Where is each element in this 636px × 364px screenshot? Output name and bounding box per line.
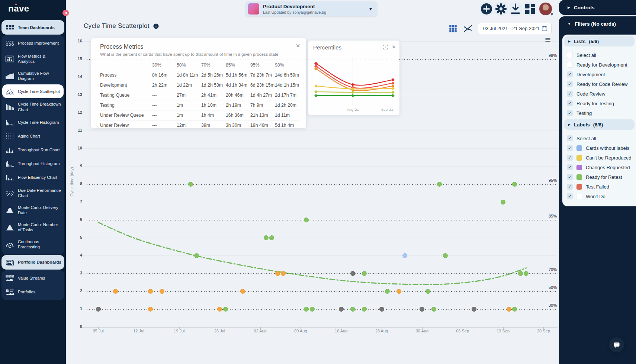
sidebar-item-flow-efficiency-chart[interactable]: Flow Efficiency Chart <box>2 171 64 184</box>
checkbox[interactable]: ✓ <box>567 164 573 170</box>
filter-item[interactable]: Select all <box>567 50 636 60</box>
checkbox[interactable]: ✓ <box>567 110 573 116</box>
scatter-dot-green-dots[interactable] <box>310 307 315 312</box>
sidebar-item-cycle-time-scatterplot[interactable]: Cycle Time Scatterplot <box>2 84 64 98</box>
dashboards-button[interactable] <box>523 2 537 16</box>
checkbox[interactable]: ✓ <box>567 81 573 87</box>
info-icon[interactable] <box>153 23 159 29</box>
filter-item[interactable]: ✓Testing <box>567 108 636 118</box>
scatter-dot-orange-dots[interactable] <box>275 271 280 276</box>
scatter-dot-orange-dots[interactable] <box>281 271 286 276</box>
chat-button[interactable] <box>609 337 624 352</box>
checkbox[interactable]: ✓ <box>567 71 573 77</box>
sidebar-item-team-dashboards[interactable]: Team Dashboards <box>1 20 64 35</box>
scatter-dot-green-dots[interactable] <box>269 235 274 240</box>
scatter-dot-green-dots[interactable] <box>350 307 355 312</box>
sidebar-item-process-improvement[interactable]: Process Improvement <box>2 36 64 50</box>
scatter-dot-green-dots[interactable] <box>304 307 309 312</box>
sidebar-item-due-date-performance-chart[interactable]: Due Date Performance Chart <box>2 184 64 202</box>
sidebar-item-aging-chart[interactable]: Aging Chart <box>2 129 64 143</box>
checkbox[interactable]: ✓ <box>567 145 573 151</box>
checkbox[interactable] <box>567 62 573 68</box>
scatter-view-icon[interactable] <box>463 24 473 33</box>
scatter-dot-green-dots[interactable] <box>264 235 269 240</box>
scatter-dot-orange-dots[interactable] <box>148 307 153 312</box>
checkbox[interactable]: ✓ <box>567 135 573 141</box>
sidebar-item-continuous-forecasting[interactable]: Continuous Forecasting <box>2 236 64 253</box>
scatter-dot-gray-dots[interactable] <box>96 307 101 312</box>
scatter-dot-green-dots[interactable] <box>431 307 436 312</box>
filter-item[interactable]: ✓Code Review <box>567 89 636 99</box>
grid-view-icon[interactable] <box>448 24 458 33</box>
scatter-dot-orange-dots[interactable] <box>160 289 164 294</box>
date-range-picker[interactable]: 03 Jul 2021 - 21 Sep 2021 <box>478 23 552 34</box>
scatter-dot-green-dots[interactable] <box>304 218 309 222</box>
sidebar-item-value-streams[interactable]: Value Streams <box>2 271 64 285</box>
sidebar-item-throughput-histogram[interactable]: Throughput Histogram <box>2 157 64 171</box>
sidebar-item-monte-carlo-delivery-date[interactable]: Monte Carlo: Delivery Date <box>2 202 64 219</box>
scatter-dot-orange-dots[interactable] <box>507 307 511 312</box>
scatter-dot-green-dots[interactable] <box>443 253 448 258</box>
filter-item[interactable]: ✓Can't be Reproduced <box>567 153 636 162</box>
filter-item[interactable]: Ready for Development <box>567 60 636 70</box>
scatter-dot-orange-dots[interactable] <box>113 289 118 294</box>
filter-item[interactable]: ✓Ready for Retest <box>567 172 636 182</box>
filter-item[interactable]: ✓Ready for Code Review <box>567 79 636 89</box>
filter-item[interactable]: ✓Ready for Testing <box>567 99 636 108</box>
filter-item[interactable]: ✓Won't Do <box>567 191 636 201</box>
sidebar-item-portfolio-dashboards[interactable]: Portfolio Dashboards <box>1 255 64 270</box>
user-menu[interactable]: ▼ <box>539 2 552 16</box>
scatter-dot-gray-dots[interactable] <box>350 271 355 276</box>
sidebar-item-cumulative-flow-diagram[interactable]: Cumulative Flow Diagram <box>2 67 64 84</box>
sidebar-item-throughput-run-chart[interactable]: Throughput Run Chart <box>2 143 64 157</box>
scatter-dot-green-dots[interactable] <box>385 289 390 294</box>
sidebar-item-flow-metrics-analytics[interactable]: Flow Metrics & Analytics <box>2 50 64 67</box>
scatter-dot-gray-dots[interactable] <box>379 307 384 312</box>
checkbox[interactable]: ✓ <box>567 100 573 106</box>
lists-section-toggle[interactable]: ▶ Lists (5/6) <box>564 36 635 46</box>
chart-menu-icon[interactable] <box>544 37 552 43</box>
checkbox[interactable]: ✓ <box>567 155 573 161</box>
scatter-dot-green-dots[interactable] <box>518 271 523 276</box>
sidebar-item-cycle-time-breakdown-chart[interactable]: Cycle Time Breakdown Chart <box>2 98 64 115</box>
sidebar-collapse-button[interactable]: ◀ <box>62 10 69 16</box>
sidebar-item-monte-carlo-number-of-tasks[interactable]: Monte Carlo: Number of Tasks <box>2 219 64 236</box>
scatter-dot-green-dots[interactable] <box>501 200 505 204</box>
scatter-dot-orange-dots[interactable] <box>396 289 401 294</box>
scatter-dot-orange-dots[interactable] <box>240 289 245 294</box>
scatter-dot-green-dots[interactable] <box>194 253 199 258</box>
filter-item[interactable]: ✓Development <box>567 70 636 79</box>
checkbox[interactable]: ✓ <box>567 193 573 199</box>
scatter-dot-orange-dots[interactable] <box>217 307 222 312</box>
checkbox[interactable]: ✓ <box>567 174 573 180</box>
scatter-dot-gray-dots[interactable] <box>472 307 476 312</box>
scatter-dot-gray-dots[interactable] <box>420 307 424 312</box>
scatter-dot-blue-dots[interactable] <box>402 253 407 258</box>
sidebar-item-portfolios[interactable]: Portfolios <box>2 285 64 299</box>
filters-section-toggle[interactable]: ▼ Filters (No cards) <box>559 16 636 31</box>
scatter-dot-green-dots[interactable] <box>512 307 517 312</box>
scatter-dot-green-dots[interactable] <box>188 182 193 187</box>
settings-button[interactable] <box>494 2 508 16</box>
export-button[interactable] <box>509 2 522 16</box>
close-icon[interactable]: ✕ <box>296 43 300 49</box>
scatter-dot-gray-dots[interactable] <box>339 307 344 312</box>
board-selector[interactable]: Product Development Last Updated by sony… <box>245 1 377 16</box>
filter-item[interactable]: ✓Select all <box>567 133 636 143</box>
checkbox[interactable] <box>567 52 573 58</box>
scatter-dot-green-dots[interactable] <box>362 307 367 312</box>
filter-item[interactable]: ✓Test Failed <box>567 182 636 191</box>
checkbox[interactable]: ✓ <box>567 91 573 97</box>
scatter-dot-green-dots[interactable] <box>437 182 442 187</box>
scatter-dot-orange-dots[interactable] <box>148 289 153 294</box>
scatter-dot-green-dots[interactable] <box>425 289 430 294</box>
add-button[interactable] <box>480 2 493 16</box>
sidebar-item-cycle-time-histogram[interactable]: Cycle Time Histogram <box>2 116 64 129</box>
labels-section-toggle[interactable]: ▶ Labels (6/6) <box>564 119 635 130</box>
scatter-dot-green-dots[interactable] <box>524 271 529 276</box>
filter-item[interactable]: ✓Cards without labels <box>567 143 636 153</box>
scatter-dot-green-dots[interactable] <box>223 307 228 312</box>
checkbox[interactable]: ✓ <box>567 184 573 190</box>
scatter-dot-green-dots[interactable] <box>362 271 367 276</box>
filter-item[interactable]: ✓Changes Requested <box>567 162 636 172</box>
